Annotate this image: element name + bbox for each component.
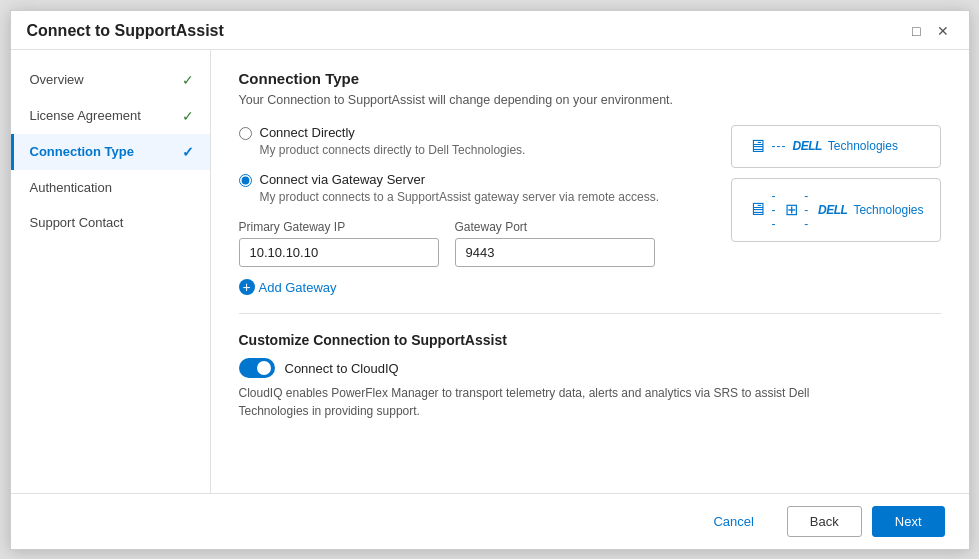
next-button[interactable]: Next <box>872 506 945 537</box>
dialog-title: Connect to SupportAssist <box>27 22 224 40</box>
dashes-gateway-right: --- <box>804 189 812 231</box>
sidebar-item-license[interactable]: License Agreement ✓ <box>11 98 210 134</box>
back-button[interactable]: Back <box>787 506 862 537</box>
close-button[interactable]: ✕ <box>933 21 953 41</box>
sidebar: Overview ✓ License Agreement ✓ Connectio… <box>11 50 211 493</box>
add-icon: + <box>239 279 255 295</box>
connection-options: Connect Directly My product connects dir… <box>239 125 941 296</box>
radio-options: Connect Directly My product connects dir… <box>239 125 691 296</box>
radio-gateway-desc: My product connects to a SupportAssist g… <box>260 189 660 206</box>
dell-logo-direct: DELL <box>793 139 822 153</box>
title-bar-controls: □ ✕ <box>908 21 952 41</box>
primary-gateway-label: Primary Gateway IP <box>239 220 439 234</box>
diagram-direct: 🖥 --- DELL Technologies <box>731 125 941 168</box>
dell-logo-gateway: DELL <box>818 203 847 217</box>
check-icon-license: ✓ <box>182 108 194 124</box>
radio-gateway-label[interactable]: Connect via Gateway Server My product co… <box>239 172 691 206</box>
sidebar-item-support[interactable]: Support Contact <box>11 205 210 240</box>
cloudiq-toggle[interactable] <box>239 358 275 378</box>
diagrams: 🖥 --- DELL Technologies 🖥 --- ⊞ --- DELL… <box>731 125 941 242</box>
gateway-fields: Primary Gateway IP Gateway Port <box>239 220 691 267</box>
title-bar: Connect to SupportAssist □ ✕ <box>11 11 969 50</box>
dashes-direct: --- <box>772 139 787 153</box>
check-icon-overview: ✓ <box>182 72 194 88</box>
monitor-icon-direct: 🖥 <box>748 136 766 157</box>
radio-group-gateway: Connect via Gateway Server My product co… <box>239 172 691 206</box>
sidebar-item-auth[interactable]: Authentication <box>11 170 210 205</box>
dialog-footer: Cancel Back Next <box>11 493 969 549</box>
monitor-icon-gateway: 🖥 <box>748 199 766 220</box>
gateway-mid-icon: ⊞ <box>785 200 798 219</box>
cancel-button[interactable]: Cancel <box>690 506 776 537</box>
gateway-port-group: Gateway Port <box>455 220 655 267</box>
sidebar-item-label: Support Contact <box>30 215 124 230</box>
radio-direct-label[interactable]: Connect Directly My product connects dir… <box>239 125 691 159</box>
dialog-body: Overview ✓ License Agreement ✓ Connectio… <box>11 50 969 493</box>
sidebar-item-label: License Agreement <box>30 108 141 123</box>
dashes-gateway-left: --- <box>772 189 780 231</box>
gateway-port-input[interactable] <box>455 238 655 267</box>
minimize-button[interactable]: □ <box>908 21 924 41</box>
check-icon-connection: ✓ <box>182 144 194 160</box>
toggle-desc: CloudIQ enables PowerFlex Manager to tra… <box>239 384 839 420</box>
main-content: Connection Type Your Connection to Suppo… <box>211 50 969 493</box>
section-subtitle: Your Connection to SupportAssist will ch… <box>239 93 941 107</box>
add-gateway-link[interactable]: + Add Gateway <box>239 279 337 295</box>
customize-title: Customize Connection to SupportAssist <box>239 332 941 348</box>
section-title: Connection Type <box>239 70 941 87</box>
radio-group-direct: Connect Directly My product connects dir… <box>239 125 691 159</box>
sidebar-item-label: Authentication <box>30 180 112 195</box>
technologies-label-gateway: Technologies <box>853 203 923 217</box>
primary-gateway-group: Primary Gateway IP <box>239 220 439 267</box>
radio-direct-input[interactable] <box>239 127 252 140</box>
radio-direct-desc: My product connects directly to Dell Tec… <box>260 142 526 159</box>
diagram-gateway: 🖥 --- ⊞ --- DELL Technologies <box>731 178 941 242</box>
toggle-row: Connect to CloudIQ <box>239 358 941 378</box>
connect-supportassist-dialog: Connect to SupportAssist □ ✕ Overview ✓ … <box>10 10 970 550</box>
add-gateway-label: Add Gateway <box>259 280 337 295</box>
technologies-label-direct: Technologies <box>828 139 898 153</box>
primary-gateway-input[interactable] <box>239 238 439 267</box>
radio-direct-title: Connect Directly <box>260 125 526 140</box>
section-divider <box>239 313 941 314</box>
toggle-label: Connect to CloudIQ <box>285 361 399 376</box>
toggle-slider <box>239 358 275 378</box>
radio-gateway-title: Connect via Gateway Server <box>260 172 660 187</box>
sidebar-item-label: Connection Type <box>30 144 134 159</box>
sidebar-item-connection[interactable]: Connection Type ✓ <box>11 134 210 170</box>
sidebar-item-overview[interactable]: Overview ✓ <box>11 62 210 98</box>
radio-gateway-input[interactable] <box>239 174 252 187</box>
sidebar-item-label: Overview <box>30 72 84 87</box>
gateway-port-label: Gateway Port <box>455 220 655 234</box>
